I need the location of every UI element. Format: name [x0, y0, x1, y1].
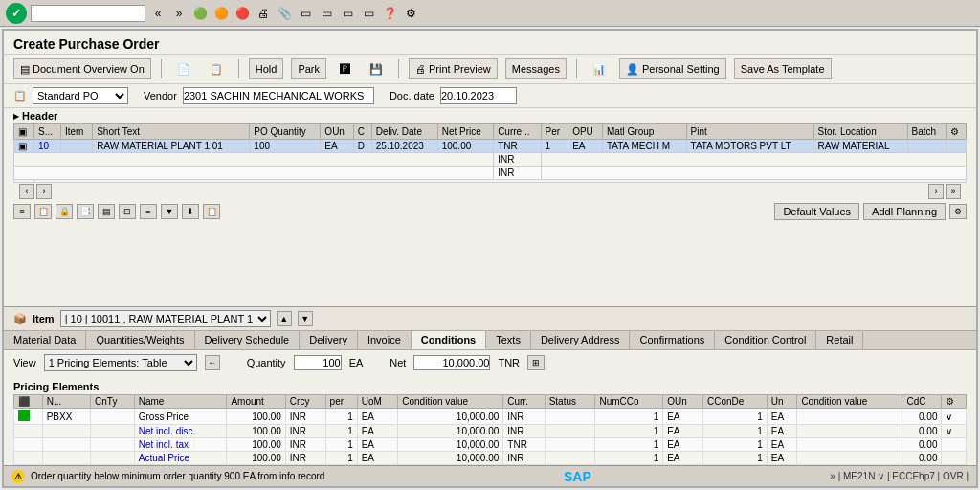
col-net-price: Net Price: [437, 124, 493, 140]
quantity-input[interactable]: [294, 355, 342, 370]
attach-icon[interactable]: 📎: [276, 5, 293, 22]
pcol-cconde: CConDe: [702, 395, 767, 409]
item-down-button[interactable]: ▼: [298, 311, 313, 326]
stop-icon[interactable]: 🔴: [234, 5, 251, 22]
item-up-button[interactable]: ▲: [277, 311, 292, 326]
tab-delivery-schedule[interactable]: Delivery Schedule: [195, 331, 301, 349]
nav-back-icon[interactable]: «: [149, 5, 167, 22]
tab-conditions[interactable]: Conditions: [412, 331, 486, 349]
table-toolbar-btn10[interactable]: 📋: [203, 204, 220, 219]
layout3-icon[interactable]: ▭: [339, 5, 356, 22]
pcol-uom: UoM: [357, 395, 398, 409]
table-row[interactable]: ▣ 10 RAW MATERIAL PLANT 1 01 100 EA D 25…: [14, 140, 967, 153]
tab-confirmations[interactable]: Confirmations: [630, 331, 715, 349]
pr2-un: EA: [767, 425, 797, 438]
cell-inr2: INR: [494, 167, 541, 180]
table-toolbar-btn8[interactable]: ▼: [161, 204, 178, 219]
tab-delivery[interactable]: Delivery: [300, 331, 358, 349]
layout4-icon[interactable]: ▭: [360, 5, 377, 22]
settings-icon[interactable]: ⚙: [402, 5, 419, 22]
tab-texts[interactable]: Texts: [486, 331, 531, 349]
pr4-un: EA: [767, 452, 797, 465]
view-arrow-button[interactable]: ←: [205, 355, 220, 370]
col-extra: ⚙: [946, 124, 966, 140]
col-stor-loc: Stor. Location: [813, 124, 907, 140]
pr1-cond-value2: [797, 409, 902, 425]
tab-quantities-weights[interactable]: Quantities/Weights: [86, 331, 194, 349]
toolbar-divider: [161, 59, 162, 78]
pr4-cond-value: 10,000.00: [398, 452, 503, 465]
view-select[interactable]: 1 Pricing Elements: Table: [44, 354, 197, 371]
status-message: Order quantity below minimum order quant…: [31, 471, 324, 481]
park-button[interactable]: Park: [291, 58, 326, 79]
layout1-icon[interactable]: ▭: [297, 5, 314, 22]
table-toolbar-btn4[interactable]: 📑: [77, 204, 94, 219]
col-pint: Pint: [686, 124, 813, 140]
pr2-n: [42, 425, 90, 438]
tab-retail[interactable]: Retail: [816, 331, 863, 349]
pr1-cnty: [91, 409, 135, 425]
pr3-cond-value: 10,000.00: [398, 438, 503, 452]
tab-material-data[interactable]: Material Data: [4, 331, 86, 349]
personal-setting-button[interactable]: 👤 Personal Setting: [619, 58, 726, 79]
table-toolbar-btn7[interactable]: =: [140, 204, 157, 219]
pr4-uom: EA: [357, 452, 398, 465]
tab-delivery-address[interactable]: Delivery Address: [531, 331, 631, 349]
doc-date-input[interactable]: [440, 87, 517, 104]
tab-condition-control[interactable]: Condition Control: [715, 331, 816, 349]
po-type-select[interactable]: Standard PO: [33, 87, 128, 104]
messages-button[interactable]: Messages: [505, 58, 567, 79]
go-icon[interactable]: 🟢: [191, 5, 209, 22]
print-icon[interactable]: 🖨: [255, 5, 272, 22]
new-document-icon-button[interactable]: 📄: [171, 58, 196, 79]
pr1-crcy: INR: [285, 409, 325, 425]
net-expand-button[interactable]: ⊞: [527, 355, 545, 370]
arrow-right3-button[interactable]: »: [946, 184, 961, 199]
layout2-icon[interactable]: ▭: [318, 5, 335, 22]
navigation-input[interactable]: [31, 5, 145, 22]
pricing-elements-label: Pricing Elements: [13, 381, 967, 392]
table-toolbar: ≡ 📋 🔒 📑 ▤ ⊟ = ▼ ⬇ 📋 Default Values Addl …: [13, 200, 967, 223]
pr4-amount: 100.00: [227, 452, 285, 465]
pricing-row-4[interactable]: Actual Price 100.00 INR 1 EA 10,000.00 I…: [14, 452, 967, 465]
table-toolbar-btn3[interactable]: 🔒: [56, 204, 73, 219]
item-selector[interactable]: | 10 | 10011 , RAW MATERIAL PLANT 1 01: [60, 310, 271, 327]
copy-document-icon-button[interactable]: 📋: [204, 58, 229, 79]
header-section-label: Header: [22, 110, 57, 122]
pricing-row-3[interactable]: Net incl. tax 100.00 INR 1 EA 10,000.00 …: [14, 438, 967, 452]
park-icon-button[interactable]: 🅿: [334, 58, 356, 79]
help-icon[interactable]: ❓: [381, 5, 398, 22]
table-toolbar-btn6[interactable]: ⊟: [119, 204, 136, 219]
document-overview-on-button[interactable]: ▤ Document Overview On: [13, 58, 151, 79]
net-value-input[interactable]: [413, 355, 490, 370]
arrow-right2-button[interactable]: ›: [928, 184, 944, 199]
doc-date-label: Doc. date: [390, 90, 434, 101]
sap-brand-text: SAP: [564, 469, 591, 484]
table-toolbar-btn9[interactable]: ⬇: [182, 204, 199, 219]
pricing-row-2[interactable]: Net incl. disc. 100.00 INR 1 EA 10,000.0…: [14, 425, 967, 438]
table-toolbar-btn5[interactable]: ▤: [98, 204, 115, 219]
nav-arrows-left: ‹ ›: [19, 184, 52, 199]
save-as-template-button[interactable]: Save As Template: [734, 58, 832, 79]
tab-invoice[interactable]: Invoice: [358, 331, 412, 349]
header-section-collapse[interactable]: ▶ Header: [4, 108, 976, 123]
cell-pint: TATA MOTORS PVT LT: [686, 140, 813, 153]
hold-button[interactable]: Hold: [249, 58, 284, 79]
pr2-status: [545, 425, 595, 438]
refresh-icon[interactable]: 🟠: [212, 5, 230, 22]
personal-setting-icon[interactable]: 📊: [587, 58, 612, 79]
save-icon-button[interactable]: 💾: [364, 58, 389, 79]
arrow-left-button[interactable]: ‹: [19, 184, 34, 199]
table-toolbar-btn2[interactable]: 📋: [34, 204, 52, 219]
default-values-button[interactable]: Default Values: [774, 203, 859, 220]
table-toolbar-btn1[interactable]: ≡: [13, 204, 31, 219]
nav-forward-icon[interactable]: »: [170, 5, 188, 22]
print-preview-button[interactable]: 🖨 Print Preview: [409, 58, 498, 79]
table-toolbar-btn-extra[interactable]: ⚙: [949, 204, 967, 219]
pcol-cdc: CdC: [902, 395, 942, 409]
arrow-right-button[interactable]: ›: [36, 184, 52, 199]
vendor-input[interactable]: [183, 87, 374, 104]
addl-planning-button[interactable]: Addl Planning: [863, 203, 946, 220]
pricing-row-1[interactable]: PBXX Gross Price 100.00 INR 1 EA 10,000.…: [14, 409, 967, 425]
personal-setting-icon2: 👤: [626, 63, 639, 76]
